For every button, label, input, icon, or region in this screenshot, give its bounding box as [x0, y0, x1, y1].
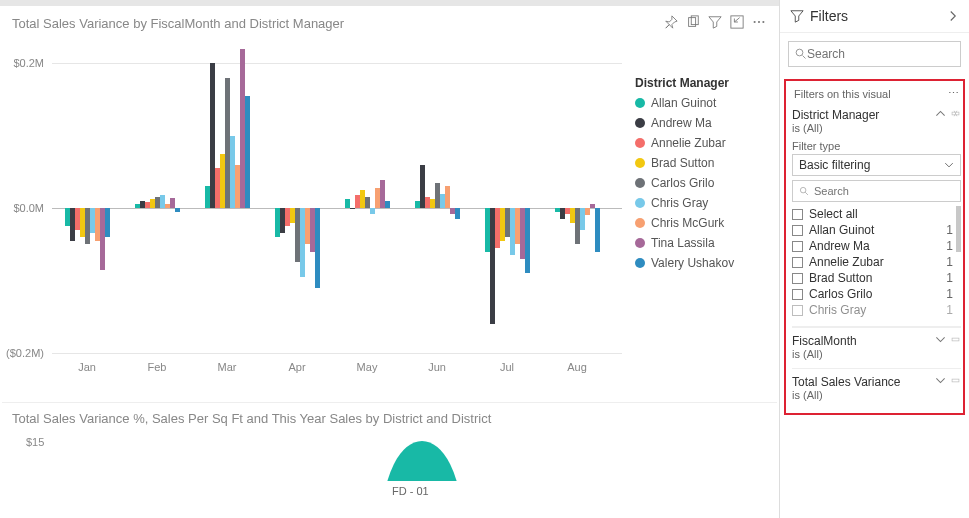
- legend-swatch: [635, 218, 645, 228]
- legend-item[interactable]: Brad Sutton: [635, 156, 765, 170]
- y-axis-tick: $0.0M: [2, 202, 48, 214]
- filter-card-district-manager: District Manager is (All) Filter type Ba…: [792, 104, 961, 327]
- checkbox[interactable]: [792, 257, 803, 268]
- filters-search[interactable]: [788, 41, 961, 67]
- legend-item[interactable]: Andrew Ma: [635, 116, 765, 130]
- chart-bar[interactable]: [345, 199, 350, 208]
- search-icon: [799, 186, 810, 197]
- search-icon: [795, 48, 807, 60]
- filters-on-visual-section: Filters on this visual ⋯ District Manage…: [784, 79, 965, 415]
- clear-filter-icon[interactable]: [950, 375, 961, 386]
- legend-item[interactable]: Chris McGurk: [635, 216, 765, 230]
- checkbox[interactable]: [792, 209, 803, 220]
- chevron-right-icon[interactable]: [947, 10, 959, 22]
- chart-bar[interactable]: [175, 208, 180, 212]
- filter-value-row[interactable]: Chris Gray1: [792, 302, 961, 318]
- legend-item[interactable]: Valery Ushakov: [635, 256, 765, 270]
- filter-value-count: 1: [946, 255, 953, 269]
- checkbox[interactable]: [792, 225, 803, 236]
- more-options-icon[interactable]: ⋯: [948, 87, 959, 100]
- filter-value-label: Select all: [809, 207, 858, 221]
- svg-rect-10: [952, 379, 959, 382]
- y-axis-tick: $0.2M: [2, 57, 48, 69]
- focus-mode-icon[interactable]: [727, 12, 747, 32]
- filter-icon: [790, 9, 804, 23]
- chart-bar[interactable]: [370, 208, 375, 214]
- filter-value-row[interactable]: Allan Guinot1: [792, 222, 961, 238]
- chart-bar[interactable]: [170, 198, 175, 208]
- filter-value-row[interactable]: Carlos Grilo1: [792, 286, 961, 302]
- checkbox[interactable]: [792, 305, 803, 316]
- y-axis-tick: ($0.2M): [2, 347, 48, 359]
- secondary-axis-tick: $15: [26, 436, 767, 448]
- bubble-marker[interactable]: [382, 441, 462, 518]
- legend-swatch: [635, 258, 645, 268]
- chart-bar[interactable]: [525, 208, 530, 273]
- checkbox[interactable]: [792, 273, 803, 284]
- x-axis-label: May: [332, 361, 402, 373]
- chart-bar[interactable]: [455, 208, 460, 219]
- chevron-down-icon[interactable]: [935, 375, 946, 386]
- legend-label: Chris McGurk: [651, 216, 724, 230]
- filters-title: Filters: [810, 8, 941, 24]
- chart-bar[interactable]: [385, 201, 390, 208]
- legend-swatch: [635, 98, 645, 108]
- secondary-visual: Total Sales Variance %, Sales Per Sq Ft …: [2, 403, 777, 456]
- chevron-up-icon[interactable]: [935, 108, 946, 119]
- chart-bar[interactable]: [595, 208, 600, 252]
- clear-filter-icon[interactable]: [950, 334, 961, 345]
- filter-icon[interactable]: [705, 12, 725, 32]
- filter-value-row[interactable]: Brad Sutton1: [792, 270, 961, 286]
- legend-item[interactable]: Annelie Zubar: [635, 136, 765, 150]
- clear-filter-icon[interactable]: [950, 108, 961, 119]
- chevron-down-icon: [944, 160, 954, 170]
- legend-swatch: [635, 138, 645, 148]
- checkbox[interactable]: [792, 289, 803, 300]
- section-title: Filters on this visual: [794, 88, 891, 100]
- chart-bar[interactable]: [445, 186, 450, 208]
- x-axis-label: Apr: [262, 361, 332, 373]
- x-axis-label: Mar: [192, 361, 262, 373]
- legend-label: Carlos Grilo: [651, 176, 714, 190]
- pin-icon[interactable]: [661, 12, 681, 32]
- copy-icon[interactable]: [683, 12, 703, 32]
- bubble-label: FD - 01: [392, 485, 429, 497]
- legend-label: Annelie Zubar: [651, 136, 726, 150]
- chart-bar[interactable]: [585, 208, 590, 215]
- legend-item[interactable]: Allan Guinot: [635, 96, 765, 110]
- filter-value-count: 1: [946, 223, 953, 237]
- chart-bar[interactable]: [350, 208, 355, 209]
- checkbox[interactable]: [792, 241, 803, 252]
- filter-value-count: 1: [946, 239, 953, 253]
- x-axis-label: Jan: [52, 361, 122, 373]
- filter-type-label: Filter type: [792, 140, 961, 152]
- legend-item[interactable]: Carlos Grilo: [635, 176, 765, 190]
- legend-label: Brad Sutton: [651, 156, 714, 170]
- filter-value-row[interactable]: Andrew Ma1: [792, 238, 961, 254]
- chart-bar[interactable]: [315, 208, 320, 288]
- legend-swatch: [635, 158, 645, 168]
- more-options-icon[interactable]: [749, 12, 769, 32]
- filter-value-label: Allan Guinot: [809, 223, 874, 237]
- filters-search-input[interactable]: [807, 47, 957, 61]
- chart-bar[interactable]: [105, 208, 110, 237]
- filter-value-label: Chris Gray: [809, 303, 866, 317]
- chart-bar[interactable]: [365, 197, 370, 208]
- svg-point-5: [762, 21, 764, 23]
- filter-value-label: Annelie Zubar: [809, 255, 884, 269]
- filter-field-name: District Manager: [792, 108, 935, 122]
- filter-values-search-input[interactable]: [814, 185, 954, 197]
- filter-value-label: Brad Sutton: [809, 271, 872, 285]
- filter-type-select[interactable]: Basic filtering: [792, 154, 961, 176]
- legend-item[interactable]: Chris Gray: [635, 196, 765, 210]
- filter-values-search[interactable]: [792, 180, 961, 202]
- chart-bar[interactable]: [245, 96, 250, 208]
- filter-value-row[interactable]: Annelie Zubar1: [792, 254, 961, 270]
- filter-value-row[interactable]: Select all: [792, 206, 961, 222]
- legend-item[interactable]: Tina Lassila: [635, 236, 765, 250]
- legend-label: Allan Guinot: [651, 96, 716, 110]
- x-axis-label: Jun: [402, 361, 472, 373]
- chevron-down-icon[interactable]: [935, 334, 946, 345]
- x-axis-label: Feb: [122, 361, 192, 373]
- chart-legend: District Manager Allan GuinotAndrew MaAn…: [635, 76, 765, 276]
